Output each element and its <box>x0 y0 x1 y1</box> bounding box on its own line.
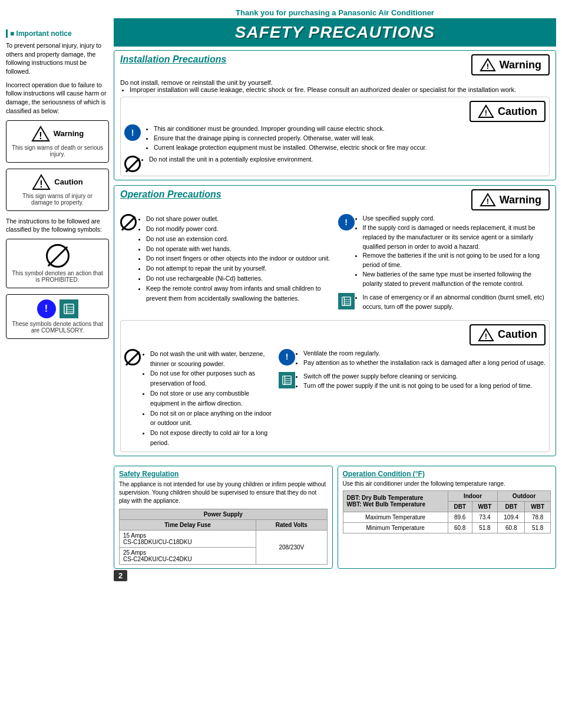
temp-row-min: Minimum Temperature 60.8 51.8 60.8 51.8 <box>343 522 551 533</box>
page-number-area: 2 <box>114 571 556 580</box>
op-caution-right-top: Ventilate the room regularly. Pay attent… <box>303 349 546 368</box>
safety-title: SAFETY PRECAUTIONS <box>114 23 556 42</box>
op-left-item-6: Do not use rechargeable (Ni-Cd) batterie… <box>146 274 332 284</box>
temp-min-indoor-wbt: 51.8 <box>472 522 498 533</box>
temp-row-max: Maximum Temperature 89.6 73.4 109.4 78.8 <box>343 512 551 522</box>
temp-sub-indoor-dbt: DBT <box>448 501 472 512</box>
op-caution-left-list: Do not wash the unit with water, benzene… <box>150 349 273 448</box>
svg-text:!: ! <box>485 332 487 341</box>
op-prohibited-row: Do not share power outlet. Do not modify… <box>120 214 332 303</box>
svg-text:!: ! <box>487 62 489 71</box>
temp-col-outdoor: Outdoor <box>498 490 551 501</box>
temp-sub-indoor-wbt: WBT <box>472 501 498 512</box>
install-prohibited-list: Do not install the unit in a potentially… <box>149 156 313 163</box>
symbols-label: The instructions to be followed are clas… <box>6 217 109 234</box>
row0-volts: 208/230V <box>256 530 327 564</box>
warning-sign-box: ! Warning This sign warns of death or se… <box>6 120 109 163</box>
temp-max-outdoor-wbt: 78.8 <box>525 512 551 522</box>
install-caution-triangle-icon: ! <box>478 104 494 118</box>
page-number: 2 <box>114 570 127 581</box>
installation-section: Installation Precautions ! Warning Do no… <box>114 50 556 180</box>
temp-min-indoor-dbt: 60.8 <box>448 522 472 533</box>
compulsory-desc: These symbols denote actions that are CO… <box>11 321 104 334</box>
main-content: Thank you for purchasing a Panasonic Air… <box>114 6 556 722</box>
op-book-block: In case of emergency or if an abnormal c… <box>338 293 550 312</box>
row1-fuse: 25 Amps CS-C24DKU/CU-C24DKU <box>120 547 256 564</box>
top-banner: Thank you for purchasing a Panasonic Air… <box>114 6 556 18</box>
power-supply-table: Power Supply Time Delay Fuse Rated Volts… <box>119 509 328 565</box>
op-left-item-5: Do not attempt to repair the unit by you… <box>146 263 332 274</box>
temp-sub-outdoor-wbt: WBT <box>525 501 551 512</box>
op-book-list: In case of emergency or if an abnormal c… <box>363 293 550 312</box>
operation-caution-label: Caution <box>498 328 537 341</box>
book-compulsory-icon <box>63 303 75 315</box>
installation-caution-badge: ! Caution <box>470 101 546 122</box>
op-compulsory-block: ! Use specified supply cord. If the supp… <box>338 214 550 288</box>
op-left-item-2: Do not use an extension cord. <box>146 234 332 244</box>
operation-warning-label: Warning <box>500 194 541 206</box>
caution-triangle-icon: ! <box>32 174 51 190</box>
op-warning-triangle-icon: ! <box>480 193 496 207</box>
op-caution-book-icon <box>279 372 295 388</box>
install-caution-text: This air conditioner must be grounded. I… <box>146 124 427 152</box>
book-icon-2 <box>282 375 292 386</box>
op-caution-triangle-icon: ! <box>478 328 494 342</box>
temp-max-outdoor-dbt: 109.4 <box>498 512 525 522</box>
svg-text:!: ! <box>39 131 42 141</box>
op-book-item: In case of emergency or if an abnormal c… <box>363 293 550 312</box>
compulsory-square-icon <box>59 299 78 318</box>
install-main-text: Do not install, remove or reinstall the … <box>120 79 550 86</box>
operation-header: Operation Precautions ! Warning <box>120 189 550 210</box>
install-top-list: Improper installation will cause leakage… <box>130 86 550 93</box>
install-prohibited-item: Do not install the unit in a potentially… <box>149 156 313 163</box>
compulsory-circle-icon: ! <box>37 299 56 318</box>
svg-rect-22 <box>283 376 291 384</box>
op-caution-left-3: Do not sit on or place anything on the i… <box>150 409 273 429</box>
op-left-list: Do not share power outlet. Do not modify… <box>146 214 332 303</box>
warning-triangle-icon: ! <box>31 126 50 142</box>
prohibited-icon <box>46 244 70 268</box>
install-caution-item-3: Current leakage protection equipment mus… <box>154 143 427 153</box>
temp-col-indoor: Indoor <box>448 490 497 501</box>
op-caution-left-0: Do not wash the unit with water, benzene… <box>150 349 273 369</box>
important-notice-heading: ■ Important notice <box>6 29 109 38</box>
op-book-icon <box>338 293 355 309</box>
caution-desc: This sign warns of injury or damage to p… <box>11 193 104 206</box>
op-right-item-3: New batteries of the same type must be i… <box>363 270 550 289</box>
op-caution-right-b0: Switch off the power supply before clean… <box>303 372 532 381</box>
temp-max-indoor-dbt: 89.6 <box>448 512 472 522</box>
installation-caution-label: Caution <box>498 106 537 118</box>
op-caution-right-bottom: Switch off the power supply before clean… <box>303 372 532 391</box>
temp-col-dbt-wbt: DBT: Dry Bulb TemperatureWBT: Wet Bulb T… <box>343 490 448 512</box>
installation-title: Installation Precautions <box>120 54 226 65</box>
temp-min-outdoor-wbt: 51.8 <box>525 522 551 533</box>
intro-text-1: To prevent personal injury, injury to ot… <box>6 41 109 76</box>
prohibited-sign-box: This symbol denotes an action that is PR… <box>6 239 109 288</box>
op-left-col: Do not share power outlet. Do not modify… <box>120 214 332 317</box>
op-caution-body: Do not wash the unit with water, benzene… <box>124 349 546 448</box>
op-right-list-top: Use specified supply cord. If the supply… <box>363 214 550 288</box>
install-compulsory-icon: ! <box>124 124 141 141</box>
installation-warning-badge: ! Warning <box>471 54 550 75</box>
compulsory-sign-box: ! These symbols denote actions that are … <box>6 294 109 339</box>
bottom-row: Safety Regulation The appliance is not i… <box>114 466 556 569</box>
warning-label: Warning <box>54 129 84 138</box>
op-caution-left: Do not wash the unit with water, benzene… <box>124 349 273 448</box>
col2-header: Rated Volts <box>256 519 327 530</box>
op-left-item-1: Do not modify power cord. <box>146 224 332 234</box>
sidebar: ■ Important notice To prevent personal i… <box>6 6 109 722</box>
op-caution-compulsory-icon: ! <box>279 349 295 365</box>
install-caution-badge-row: ! Caution <box>124 101 546 122</box>
install-caution-item-1: This air conditioner must be grounded. I… <box>154 124 427 134</box>
operation-title: Operation Precautions <box>120 189 222 200</box>
operation-caution-badge: ! Caution <box>470 324 546 345</box>
op-condition-title: Operation Condition (°F) <box>343 470 551 478</box>
temp-min-outdoor-dbt: 60.8 <box>498 522 525 533</box>
temperature-table: DBT: Dry Bulb TemperatureWBT: Wet Bulb T… <box>343 490 551 533</box>
warning-desc: This sign warns of death or serious inju… <box>11 144 104 157</box>
installation-top-text: Do not install, remove or reinstall the … <box>120 79 550 93</box>
safety-reg-title: Safety Regulation <box>119 470 328 478</box>
temp-min-label: Minimum Temperature <box>343 522 448 533</box>
op-right-item-1: If the supply cord is damaged or needs r… <box>363 223 550 251</box>
install-top-item: Improper installation will cause leakage… <box>130 86 550 93</box>
